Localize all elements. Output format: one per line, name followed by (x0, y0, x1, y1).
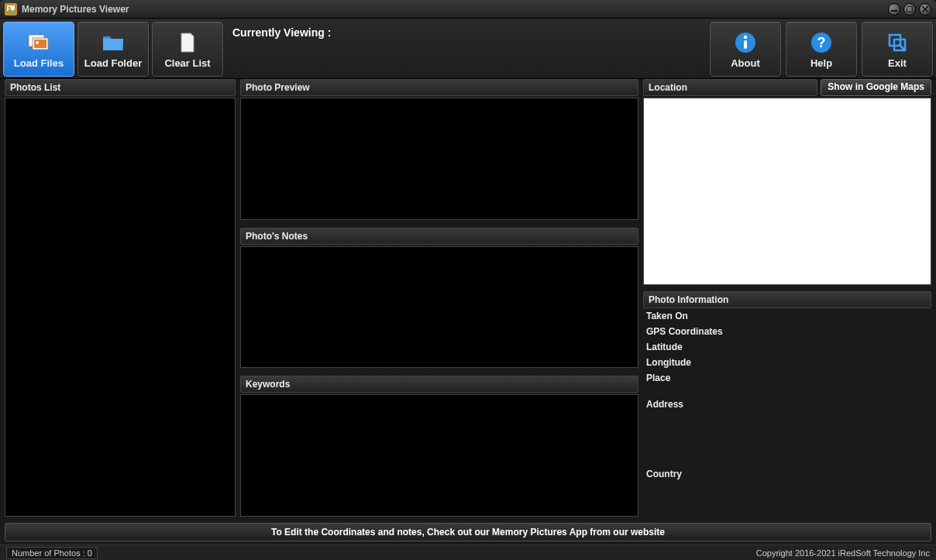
country-label: Country (643, 466, 931, 482)
keywords-header: Keywords (240, 376, 638, 393)
show-in-google-maps-button[interactable]: Show in Google Maps (821, 79, 931, 96)
photos-list-header: Photos List (5, 79, 236, 96)
window-title: Memory Pictures Viewer (22, 4, 129, 15)
help-label: Help (810, 57, 832, 69)
place-label: Place (643, 370, 931, 386)
svg-point-12 (744, 35, 747, 38)
app-icon (5, 3, 17, 15)
photos-icon (26, 30, 51, 55)
document-icon (175, 30, 200, 55)
load-folder-label: Load Folder (84, 57, 142, 69)
load-files-label: Load Files (14, 57, 64, 69)
map-area[interactable] (643, 98, 931, 285)
svg-rect-3 (891, 10, 897, 12)
load-files-button[interactable]: Load Files (3, 22, 74, 77)
location-header: Location (643, 79, 817, 96)
info-icon (733, 30, 758, 55)
exit-label: Exit (888, 57, 907, 69)
photos-notes-area[interactable] (240, 246, 638, 369)
photo-count: Number of Photos : 0 (6, 547, 98, 559)
help-button[interactable]: ? Help (786, 22, 857, 77)
svg-point-10 (36, 41, 39, 44)
about-button[interactable]: About (710, 22, 781, 77)
latitude-label: Latitude (643, 339, 931, 355)
clear-list-button[interactable]: Clear List (152, 22, 223, 77)
exit-button[interactable]: Exit (862, 22, 933, 77)
svg-text:?: ? (817, 35, 826, 50)
load-folder-button[interactable]: Load Folder (77, 22, 149, 77)
photo-preview-area (240, 98, 638, 220)
about-label: About (731, 57, 760, 69)
close-button[interactable] (919, 3, 931, 15)
minimize-button[interactable] (888, 3, 900, 15)
svg-rect-4 (907, 6, 913, 12)
footer-message-button[interactable]: To Edit the Coordinates and notes, Check… (5, 523, 931, 541)
maximize-button[interactable] (903, 3, 916, 15)
exit-icon (885, 30, 910, 55)
svg-rect-9 (34, 40, 46, 48)
currently-viewing-label: Currently Viewing : (232, 26, 331, 39)
svg-rect-13 (744, 40, 747, 49)
address-label: Address (643, 397, 931, 412)
copyright-text: Copyright 2016-2021 iRedSoft Technology … (756, 548, 930, 558)
clear-list-label: Clear List (164, 57, 210, 69)
photos-list-area[interactable] (5, 98, 236, 517)
folder-icon (101, 30, 126, 55)
photos-notes-header: Photo's Notes (240, 228, 638, 245)
photo-information-header: Photo Information (643, 291, 931, 308)
photo-preview-header: Photo Preview (240, 79, 638, 96)
gps-coordinates-label: GPS Coordinates (643, 324, 931, 339)
taken-on-label: Taken On (643, 308, 931, 324)
keywords-area[interactable] (240, 394, 638, 517)
help-icon: ? (809, 30, 834, 55)
longitude-label: Longitude (643, 355, 931, 370)
